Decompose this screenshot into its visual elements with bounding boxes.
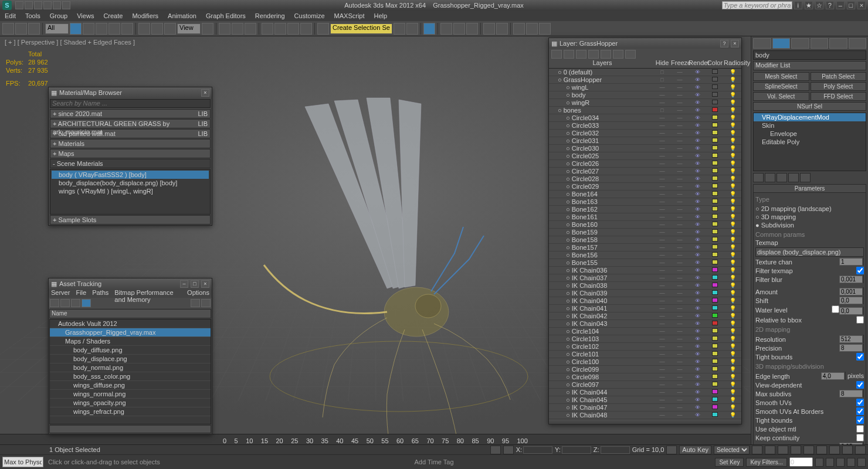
- mat-row[interactable]: + Materials: [50, 139, 211, 148]
- tool-btn[interactable]: [317, 23, 329, 35]
- star-icon[interactable]: ☆: [815, 1, 823, 9]
- menu-rendering[interactable]: Rendering: [255, 12, 285, 19]
- layer-row[interactable]: ○ IK Chain040——👁💡: [549, 297, 741, 305]
- btn[interactable]: [666, 446, 677, 454]
- asset-menu-item[interactable]: Bitmap Performance and Memory: [114, 289, 181, 298]
- filterblur-input[interactable]: [839, 276, 863, 283]
- minimize-button[interactable]: –: [836, 1, 845, 9]
- help-search-input[interactable]: [722, 1, 792, 9]
- tool-btn[interactable]: [219, 23, 230, 35]
- menu-create[interactable]: Create: [103, 12, 123, 19]
- rotate-tool[interactable]: [151, 23, 163, 35]
- select-tool[interactable]: [70, 23, 82, 35]
- asset-tree-item[interactable]: body_displace.png: [50, 355, 211, 363]
- tight2-check[interactable]: [856, 416, 864, 424]
- layer-col-header[interactable]: Radiosity: [724, 59, 741, 68]
- scene-materials-header[interactable]: - Scene Materials: [50, 159, 211, 168]
- modifier-item[interactable]: VRayDisplacementMod: [754, 113, 866, 121]
- layer-row[interactable]: ○ IK Chain045——👁💡: [549, 396, 741, 404]
- layer-row[interactable]: ○ Circle029——👁💡: [549, 183, 741, 191]
- shift-input[interactable]: [839, 297, 863, 304]
- spinner[interactable]: [863, 389, 864, 397]
- tool-btn[interactable]: [483, 23, 495, 35]
- timeline[interactable]: 0510152025303540455055606570758085909510…: [0, 434, 751, 444]
- play-start-icon[interactable]: [752, 446, 762, 454]
- qat-btn[interactable]: [15, 1, 23, 9]
- layer-row[interactable]: ○ Circle030——👁💡: [549, 145, 741, 152]
- tab-utilities[interactable]: [849, 38, 867, 49]
- layer-tb-btn[interactable]: [576, 50, 586, 59]
- lock-icon[interactable]: [490, 446, 501, 454]
- layer-tb-btn[interactable]: [588, 50, 599, 59]
- tool-btn[interactable]: [453, 23, 465, 35]
- tab-modify[interactable]: [772, 38, 791, 49]
- maximize-button[interactable]: □: [847, 1, 855, 9]
- tool-btn[interactable]: [121, 23, 133, 35]
- texchan-input[interactable]: [839, 258, 863, 266]
- asset-menu-item[interactable]: Options: [187, 289, 209, 298]
- at-btn[interactable]: [50, 299, 59, 307]
- coord-y-input[interactable]: [562, 446, 591, 454]
- stack-btn[interactable]: [777, 173, 787, 182]
- stack-btn[interactable]: [765, 173, 775, 182]
- menu-modifiers[interactable]: Modifiers: [132, 12, 158, 19]
- mat-row[interactable]: + Maps: [50, 149, 211, 158]
- script-listener-input[interactable]: [2, 457, 43, 467]
- stack-btn[interactable]: [800, 173, 811, 182]
- layer-row[interactable]: ○ Circle097——👁💡: [549, 381, 741, 389]
- close-icon[interactable]: ×: [201, 280, 209, 288]
- asset-tree-item[interactable]: Grasshopper_Rigged_vray.max: [50, 328, 211, 337]
- layer-row[interactable]: ○ Circle102——👁💡: [549, 343, 741, 351]
- qat-btn[interactable]: [62, 1, 70, 9]
- layer-col-header[interactable]: Render: [689, 59, 706, 68]
- frame-input[interactable]: [789, 457, 813, 467]
- tool-btn[interactable]: [83, 23, 94, 35]
- nav-btn[interactable]: [857, 458, 866, 467]
- help-icon[interactable]: ?: [720, 40, 728, 47]
- water-check[interactable]: [832, 305, 839, 313]
- tool-btn[interactable]: [526, 23, 538, 35]
- smoothuv-check[interactable]: [856, 399, 864, 406]
- layer-row[interactable]: ○ Bone160——👁💡: [549, 221, 741, 229]
- layer-row[interactable]: ○ Circle098——👁💡: [549, 373, 741, 381]
- layer-row[interactable]: ○ Circle032——👁💡: [549, 130, 741, 137]
- layer-tb-btn[interactable]: [601, 50, 611, 59]
- select-btn[interactable]: Poly Select: [811, 82, 867, 91]
- coord-z-input[interactable]: [601, 446, 630, 454]
- layer-row[interactable]: ○ Bone156——👁💡: [549, 252, 741, 259]
- layer-tb-btn[interactable]: [613, 50, 623, 59]
- time-config-icon[interactable]: [815, 458, 823, 467]
- relbbox-check[interactable]: [856, 316, 864, 324]
- select-btn[interactable]: SplineSelect: [753, 82, 809, 91]
- tool-btn[interactable]: [15, 23, 27, 35]
- menu-edit[interactable]: Edit: [5, 12, 16, 19]
- tool-btn[interactable]: [108, 23, 120, 35]
- info-icon[interactable]: i: [794, 1, 802, 9]
- layer-row[interactable]: ○ Circle034——👁💡: [549, 114, 741, 122]
- named-selection[interactable]: Create Selection Se: [330, 23, 392, 34]
- tool-btn[interactable]: [96, 23, 107, 35]
- modifier-item[interactable]: Envelope: [754, 130, 866, 138]
- tab-create[interactable]: [753, 38, 771, 49]
- render-btn[interactable]: [513, 23, 525, 35]
- at-btn[interactable]: [71, 299, 80, 307]
- viewdep-check[interactable]: [856, 381, 864, 389]
- radio-3d[interactable]: ○ 3D mapping: [755, 213, 864, 220]
- tool-btn[interactable]: [2, 23, 14, 35]
- at-btn[interactable]: [201, 299, 211, 307]
- spinner[interactable]: [863, 296, 864, 304]
- tool-btn[interactable]: [406, 23, 418, 35]
- layer-row[interactable]: ○ Bone159——👁💡: [549, 229, 741, 236]
- tool-btn[interactable]: [274, 23, 286, 35]
- asset-tree-item[interactable]: wings_normal.png: [50, 390, 211, 399]
- layer-row[interactable]: ○ Bone157——👁💡: [549, 244, 741, 252]
- scene-mat-item[interactable]: wings ( VRayMtl ) [wingL, wingR]: [52, 187, 209, 195]
- menu-views[interactable]: Views: [77, 12, 94, 19]
- prec-input[interactable]: [839, 344, 863, 352]
- layer-row[interactable]: ○ IK Chain041——👁💡: [549, 305, 741, 312]
- play-icon[interactable]: [778, 446, 788, 454]
- tool-btn[interactable]: [287, 23, 299, 35]
- layer-row[interactable]: ○ 0 (default)□—👁💡: [549, 69, 741, 76]
- asset-menu-item[interactable]: Server: [51, 289, 70, 298]
- edge-input[interactable]: [821, 372, 845, 380]
